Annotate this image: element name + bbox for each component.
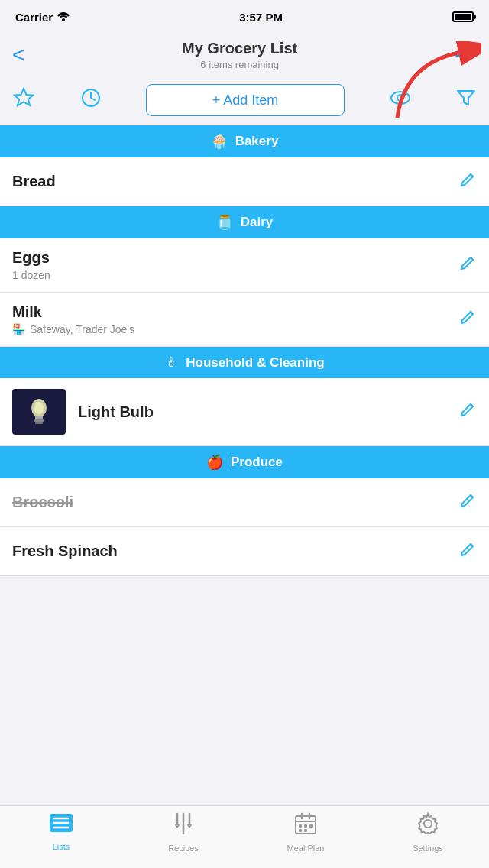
tab-recipes[interactable]: Recipes (122, 812, 244, 853)
status-bar: Carrier 3:57 PM (0, 0, 489, 34)
visibility-button[interactable] (389, 89, 412, 112)
main-content: < My Grocery List 6 items remaining ••• (0, 34, 489, 805)
tab-meal-plan[interactable]: Meal Plan (244, 812, 367, 853)
lists-icon (48, 812, 74, 839)
item-content: Broccoli (12, 494, 449, 511)
edit-button[interactable] (458, 540, 477, 563)
bakery-label: Bakery (235, 134, 279, 149)
svg-rect-28 (304, 829, 307, 832)
svg-rect-27 (299, 829, 302, 832)
recipes-icon (173, 812, 194, 840)
status-time: 3:57 PM (239, 11, 283, 24)
pencil-icon (458, 170, 477, 189)
svg-point-0 (62, 18, 65, 21)
svg-rect-26 (309, 824, 313, 828)
list-item: Light Bulb (0, 378, 489, 446)
pencil-icon (458, 491, 477, 510)
list-item: Broccoli (0, 478, 489, 527)
pencil-icon (458, 254, 477, 272)
filter-button[interactable] (455, 87, 477, 114)
carrier-label: Carrier (15, 11, 70, 24)
tab-settings[interactable]: Settings (367, 812, 489, 853)
tab-settings-label: Settings (413, 844, 443, 853)
category-header-household: 🕯 Household & Cleaning (0, 347, 489, 378)
category-header-bakery: 🧁 Bakery (0, 125, 489, 157)
item-detail: 🏪 Safeway, Trader Joe's (12, 323, 449, 335)
household-label: Household & Cleaning (186, 355, 324, 371)
svg-point-5 (397, 95, 403, 101)
item-content: Milk 🏪 Safeway, Trader Joe's (12, 303, 449, 335)
star-icon (12, 86, 35, 109)
item-name: Light Bulb (78, 403, 449, 421)
svg-rect-24 (299, 824, 302, 828)
svg-rect-11 (35, 422, 43, 424)
clock-icon (79, 86, 102, 109)
category-header-dairy: 🫙 Dairy (0, 206, 489, 238)
item-content: Bread (12, 173, 449, 190)
tab-lists[interactable]: Lists (0, 812, 122, 851)
wifi-icon (57, 12, 70, 21)
svg-rect-25 (304, 824, 307, 828)
history-button[interactable] (79, 86, 102, 115)
tab-recipes-label: Recipes (168, 844, 199, 853)
add-item-button[interactable]: + Add Item (146, 84, 345, 116)
store-icon: 🏪 (12, 323, 25, 335)
pencil-icon (458, 540, 477, 559)
lists-svg-icon (48, 812, 74, 834)
bakery-icon: 🧁 (211, 133, 228, 150)
edit-button[interactable] (458, 254, 477, 277)
more-button[interactable]: ••• (455, 45, 477, 65)
edit-button[interactable] (458, 308, 477, 331)
dairy-icon: 🫙 (216, 214, 233, 231)
back-button[interactable]: < (12, 44, 24, 66)
svg-marker-2 (15, 89, 33, 105)
item-thumbnail (12, 389, 66, 435)
category-header-produce: 🍎 Produce (0, 446, 489, 478)
settings-icon (416, 812, 439, 840)
svg-rect-10 (34, 419, 44, 422)
svg-rect-9 (35, 416, 43, 419)
svg-point-12 (34, 402, 44, 414)
household-icon: 🕯 (164, 355, 178, 371)
item-detail: 1 dozen (12, 269, 449, 281)
page-title: My Grocery List (24, 40, 455, 57)
list-item: Eggs 1 dozen (0, 238, 489, 293)
dairy-label: Dairy (241, 215, 274, 230)
svg-marker-6 (458, 91, 474, 105)
item-name: Eggs (12, 249, 449, 267)
item-content: Eggs 1 dozen (12, 249, 449, 281)
tab-lists-label: Lists (53, 842, 70, 851)
settings-svg-icon (416, 812, 439, 835)
edit-button[interactable] (458, 170, 477, 193)
title-block: My Grocery List 6 items remaining (24, 40, 455, 70)
recipes-svg-icon (173, 812, 194, 835)
item-name: Milk (12, 303, 449, 321)
battery-icon (452, 11, 474, 22)
grocery-list: 🧁 Bakery Bread 🫙 Dairy Eggs 1 dozen (0, 125, 489, 576)
item-name: Fresh Spinach (12, 542, 449, 560)
list-item: Fresh Spinach (0, 527, 489, 576)
pencil-icon (458, 308, 477, 326)
favorites-button[interactable] (12, 86, 35, 115)
tab-meal-plan-label: Meal Plan (287, 844, 325, 853)
svg-point-4 (391, 92, 410, 104)
meal-plan-icon (294, 812, 317, 840)
list-item: Bread (0, 157, 489, 206)
item-content: Light Bulb (78, 403, 449, 421)
items-remaining: 6 items remaining (24, 59, 455, 70)
edit-button[interactable] (458, 491, 477, 514)
status-icons (452, 11, 474, 22)
add-item-label: + Add Item (212, 92, 279, 108)
produce-icon: 🍎 (206, 454, 223, 471)
list-item: Milk 🏪 Safeway, Trader Joe's (0, 293, 489, 347)
svg-point-29 (424, 820, 432, 828)
filter-icon (455, 87, 477, 108)
produce-label: Produce (231, 455, 283, 470)
tab-bar: Lists Recipes (0, 805, 489, 868)
item-content: Fresh Spinach (12, 542, 449, 560)
eye-icon (389, 89, 412, 107)
item-name: Broccoli (12, 494, 449, 511)
item-name: Bread (12, 173, 449, 190)
edit-button[interactable] (458, 400, 477, 423)
meal-plan-svg-icon (294, 812, 317, 835)
